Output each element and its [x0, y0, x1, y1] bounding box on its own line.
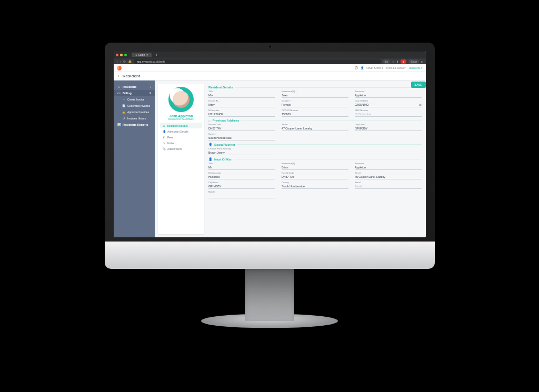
paperclip-icon: 📎 — [162, 147, 166, 150]
resident-id: Resident ID: SLJO5E01 — [160, 118, 202, 120]
label: Street — [282, 123, 348, 126]
tab-label: Attachments — [167, 147, 182, 150]
input-gender[interactable] — [282, 103, 348, 107]
star-icon[interactable]: ☆ — [392, 60, 394, 63]
chat-icon[interactable]: 💬 — [355, 66, 358, 69]
section-label: Social Worker — [214, 143, 235, 146]
input-nok-forename[interactable] — [282, 165, 348, 170]
back-icon[interactable]: ‹ — [117, 60, 118, 63]
input-prev-city[interactable] — [355, 126, 422, 131]
calendar-icon[interactable]: ▦ — [419, 103, 422, 106]
sidebar-item-invoices-history[interactable]: ↺ Invoices History — [114, 115, 155, 122]
webcam-dot — [268, 45, 272, 48]
sidebar-item-residents[interactable]: ⌂ Residents › — [114, 84, 155, 90]
sidebar-item-generated-invoices[interactable]: 📄 Generated Invoices — [114, 103, 155, 109]
maximize-window-icon[interactable] — [124, 54, 127, 56]
app-body: ⌂ Residents › ▭ Billing ▾ ＋ Create Invoi… — [114, 81, 426, 237]
zoom-pill[interactable]: 6x — [383, 59, 390, 64]
window-controls[interactable] — [116, 54, 127, 56]
browser-tab[interactable]: ● Login × — [132, 53, 152, 57]
topbar-scope[interactable]: Residents — [408, 66, 423, 69]
section-social-worker: 👤 Social Worker — [208, 143, 422, 146]
tab-label: Admission Details — [167, 130, 188, 133]
input-nok-city[interactable] — [208, 184, 275, 189]
label: Email — [355, 181, 422, 184]
tab-attachments[interactable]: 📎Attachments — [160, 146, 202, 152]
label: County — [282, 181, 348, 184]
tab-fees[interactable]: £Fees — [160, 134, 202, 140]
input-prev-street[interactable] — [282, 126, 348, 131]
report-icon: 📊 — [117, 123, 121, 126]
reload-icon[interactable]: ⟳ — [123, 59, 126, 63]
person-icon: 👤 — [208, 143, 212, 146]
user-icon: 👤 — [361, 66, 364, 69]
input-prev-county[interactable] — [208, 136, 275, 140]
tab-label: Login — [138, 53, 145, 56]
doc-icon: 📄 — [122, 104, 125, 107]
field-prev-city: City/Town — [355, 123, 422, 131]
field-prev-street: Street — [282, 123, 348, 131]
forward-icon[interactable]: › — [120, 60, 121, 63]
tab-admission-details[interactable]: 👤Admission Details — [160, 128, 202, 134]
tab-label: Resident Details — [167, 124, 188, 127]
history-icon: ↺ — [122, 117, 125, 120]
section-resident-details: Resident Details — [208, 86, 422, 89]
input-ni[interactable] — [208, 112, 275, 117]
extension-badge[interactable]: ● — [401, 59, 406, 64]
tab-resident-details[interactable]: ▭Resident Details — [160, 123, 202, 128]
monitor-chin — [105, 242, 435, 269]
plus-doc-icon: ＋ — [122, 98, 125, 101]
tab-notes[interactable]: ✎Notes — [160, 140, 202, 146]
input-title[interactable] — [208, 93, 275, 98]
tab-close-icon[interactable]: × — [146, 53, 148, 56]
chevron-down-icon: ▾ — [149, 92, 151, 95]
input-nok-email[interactable] — [355, 184, 422, 189]
field-gender: Gender — [282, 99, 348, 107]
input-nok-surname[interactable] — [355, 165, 422, 170]
menu-icon[interactable]: ≡ — [421, 60, 423, 63]
input-nok-postal[interactable] — [282, 175, 348, 179]
sidebar-item-create-invoice[interactable]: ＋ Create Invoice — [114, 96, 155, 103]
save-button[interactable]: SAVE — [411, 82, 426, 88]
field-nok-street: Street — [355, 172, 422, 179]
input-nok-title[interactable] — [208, 165, 275, 170]
label: Title — [208, 90, 275, 93]
sidebar-item-residents-reports[interactable]: 📊 Residents Reports — [114, 122, 155, 128]
input-nok-mobile[interactable] — [208, 194, 275, 198]
field-social-worker: Choose From Existing — [208, 147, 275, 155]
chevron-right-icon: › — [150, 85, 151, 88]
label: NI Number — [208, 109, 275, 112]
minimize-window-icon[interactable] — [120, 54, 123, 56]
input-forename[interactable] — [282, 93, 348, 98]
app-logo[interactable] — [117, 66, 122, 71]
back-button[interactable]: ‹ — [118, 74, 119, 78]
sidebar: ⌂ Residents › ▭ Billing ▾ ＋ Create Invoi… — [114, 81, 155, 237]
label: Surname — [355, 90, 422, 93]
label: Forename(S) — [282, 90, 348, 93]
topbar-org[interactable]: Syncurio Demo — [386, 66, 406, 69]
enter-button[interactable]: Enter — [408, 59, 419, 64]
input-dob[interactable] — [355, 103, 422, 107]
section-next-of-kin: 👤 Next Of Kin — [208, 157, 422, 161]
sidebar-item-billing[interactable]: ▭ Billing ▾ — [114, 90, 155, 96]
input-nok-rel[interactable] — [208, 175, 275, 179]
input-nhs[interactable] — [355, 112, 422, 117]
new-tab-button[interactable]: + — [153, 53, 159, 57]
sidebar-label: Approved Invoices — [127, 110, 149, 114]
input-known-as[interactable] — [208, 103, 275, 107]
download-icon[interactable]: ⬇ — [396, 60, 398, 63]
sidebar-item-approved-invoices[interactable]: 👍 Approved Invoices — [114, 109, 155, 115]
input-nok-county[interactable] — [282, 184, 348, 189]
lock-icon: 🔒 — [128, 59, 132, 63]
topbar-user[interactable]: Oliver Smith — [366, 66, 383, 69]
label: Postal Code — [208, 123, 275, 126]
close-window-icon[interactable] — [116, 54, 118, 56]
input-nok-street[interactable] — [355, 175, 422, 179]
label: Postal Code — [282, 172, 348, 174]
input-ccg[interactable] — [282, 112, 348, 117]
tab-favicon: ● — [135, 53, 137, 56]
input-prev-postal[interactable] — [208, 126, 275, 131]
input-social-worker[interactable] — [208, 150, 275, 155]
address-bar[interactable]: app.syncurio.co.uk/auth — [134, 59, 381, 64]
input-surname[interactable] — [355, 93, 422, 98]
